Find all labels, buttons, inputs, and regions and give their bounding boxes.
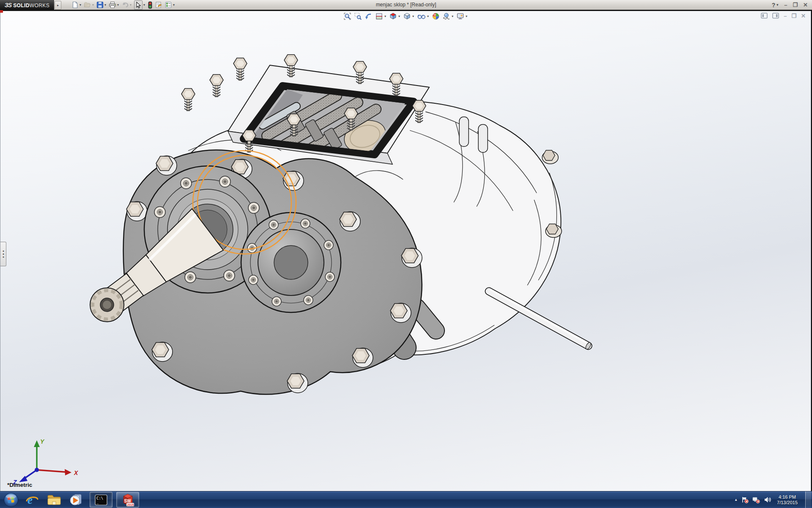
show-hidden-icons-button[interactable]: ▲ — [734, 498, 738, 502]
new-document-icon — [71, 1, 79, 8]
tab-arrow-icon: ◂ — [3, 256, 4, 258]
select-button[interactable]: ▾ — [134, 0, 146, 9]
view-orientation-button[interactable]: ▾ — [389, 12, 401, 20]
section-view-button[interactable]: ▾ — [375, 12, 387, 20]
media-player-button[interactable] — [68, 492, 85, 508]
file-properties-icon — [155, 1, 162, 8]
logo-red-accent — [0, 10, 3, 13]
open-icon — [84, 1, 91, 8]
folder-icon — [47, 494, 61, 506]
command-prompt-icon: C:\ _ — [95, 494, 107, 505]
feature-manager-collapsed-tab[interactable]: ◂ ◂ ◂ — [0, 242, 6, 266]
main-toolbar: ▾ ▾ ▾ ▾ ▾ — [71, 0, 176, 10]
save-button[interactable]: ▾ — [96, 0, 107, 9]
dropdown-arrow-icon: ▾ — [776, 3, 779, 7]
dropdown-arrow-icon[interactable]: ▾ — [173, 3, 175, 7]
start-button[interactable] — [3, 492, 19, 508]
rebuild-button[interactable] — [147, 0, 153, 9]
help-button[interactable]: ?▾ — [772, 2, 779, 8]
edit-appearance-button[interactable] — [432, 12, 440, 20]
brand-light: WORKS — [30, 3, 49, 8]
show-desktop-button[interactable] — [805, 491, 811, 508]
sw-letters: SW — [124, 499, 132, 503]
svg-text:✕: ✕ — [746, 500, 748, 503]
dropdown-arrow-icon[interactable]: ▾ — [451, 15, 454, 18]
close-button[interactable]: ✕ — [803, 2, 808, 8]
save-icon — [96, 1, 104, 8]
restore-button[interactable]: ❐ — [793, 2, 798, 8]
section-view-icon — [375, 12, 383, 20]
heads-up-view-toolbar: ▾ ▾ ▾ ▾ — [343, 12, 468, 20]
cmd-cursor-text: _ — [96, 500, 99, 504]
apply-scene-button[interactable]: ▾ — [442, 12, 454, 20]
display-style-icon — [403, 12, 411, 20]
minimize-button[interactable]: – — [784, 2, 787, 8]
dropdown-arrow-icon[interactable]: ▾ — [143, 3, 145, 7]
doc-restore-button[interactable]: ❐ — [791, 13, 796, 19]
y-axis-label: Y — [40, 438, 45, 445]
sw-year: 2015 — [127, 503, 134, 506]
solidworks-taskbar-button[interactable]: SW 2015 — [116, 492, 139, 508]
previous-view-button[interactable] — [365, 12, 373, 20]
internet-explorer-button[interactable]: e — [24, 492, 41, 508]
traffic-light-icon — [148, 1, 153, 9]
solidworks-logo-icon: ЗS — [5, 2, 11, 8]
graphics-area[interactable]: ▾ ▾ ▾ ▾ — [0, 11, 811, 491]
clock-time: 4:16 PM — [777, 494, 798, 500]
dropdown-arrow-icon[interactable]: ▾ — [92, 3, 94, 7]
eyeglasses-icon — [417, 12, 426, 20]
dropdown-arrow-icon[interactable]: ▾ — [398, 15, 401, 18]
menu-flyout-button[interactable]: ▸ — [55, 1, 61, 10]
appearance-sphere-icon — [432, 12, 440, 20]
title-bar: ЗS SOLIDWORKS ▸ ▾ ▾ ▾ — [0, 0, 812, 11]
dropdown-arrow-icon[interactable]: ▾ — [129, 3, 132, 7]
dropdown-arrow-icon[interactable]: ▾ — [384, 15, 387, 18]
pane-right-toggle-icon[interactable] — [772, 13, 779, 19]
hide-show-items-button[interactable]: ▾ — [417, 12, 429, 20]
zoom-to-fit-icon — [343, 12, 351, 20]
volume-icon[interactable] — [764, 496, 771, 503]
help-icon: ? — [772, 2, 776, 8]
doc-minimize-button[interactable]: – — [784, 13, 787, 19]
file-explorer-button[interactable] — [46, 492, 63, 508]
undo-button[interactable]: ▾ — [121, 0, 132, 9]
action-center-flag-icon[interactable]: ✕ — [741, 496, 749, 503]
solidworks-logo[interactable]: ЗS SOLIDWORKS — [0, 0, 54, 10]
dropdown-arrow-icon[interactable]: ▾ — [412, 15, 414, 18]
system-tray: ▲ ✕ ✕ 4:16 PM 7/13/2015 — [734, 491, 812, 508]
print-icon — [109, 1, 116, 8]
options-button[interactable]: ▾ — [164, 0, 176, 9]
file-properties-button[interactable] — [154, 0, 163, 9]
view-orientation-label: *Dimetric — [7, 482, 32, 488]
x-axis-arrow — [65, 469, 71, 475]
document-window-controls: – ❐ ✕ — [761, 13, 806, 19]
apply-scene-icon — [442, 12, 450, 20]
dropdown-arrow-icon[interactable]: ▾ — [117, 3, 119, 7]
select-button-frame — [134, 0, 143, 10]
x-axis-label: X — [74, 469, 79, 476]
internet-explorer-icon: e — [25, 493, 39, 507]
network-status-icon[interactable]: ✕ — [752, 496, 760, 503]
brand-bold: SOLID — [13, 3, 30, 8]
select-cursor-icon — [135, 2, 141, 8]
doc-close-button[interactable]: ✕ — [801, 13, 806, 19]
taskbar-clock[interactable]: 4:16 PM 7/13/2015 — [777, 494, 798, 505]
dropdown-arrow-icon[interactable]: ▾ — [427, 15, 429, 18]
dropdown-arrow-icon[interactable]: ▾ — [79, 3, 82, 7]
dropdown-arrow-icon[interactable]: ▾ — [104, 3, 107, 7]
pane-left-toggle-icon[interactable] — [761, 13, 768, 19]
gearbox-model[interactable] — [0, 11, 812, 491]
command-prompt-button[interactable]: C:\ _ — [90, 492, 112, 508]
zoom-to-area-button[interactable] — [354, 12, 362, 20]
svg-text:e: e — [27, 494, 33, 506]
display-style-button[interactable]: ▾ — [403, 12, 414, 20]
options-icon — [165, 1, 172, 8]
zoom-to-fit-button[interactable] — [343, 12, 351, 20]
bearing-flange-right[interactable] — [241, 213, 341, 312]
view-settings-button[interactable]: ▾ — [456, 12, 468, 20]
flyout-arrow-icon: ▸ — [57, 3, 59, 7]
print-button[interactable]: ▾ — [108, 0, 120, 9]
new-document-button[interactable]: ▾ — [71, 0, 82, 9]
dropdown-arrow-icon[interactable]: ▾ — [465, 15, 468, 18]
open-button[interactable]: ▾ — [83, 0, 95, 9]
